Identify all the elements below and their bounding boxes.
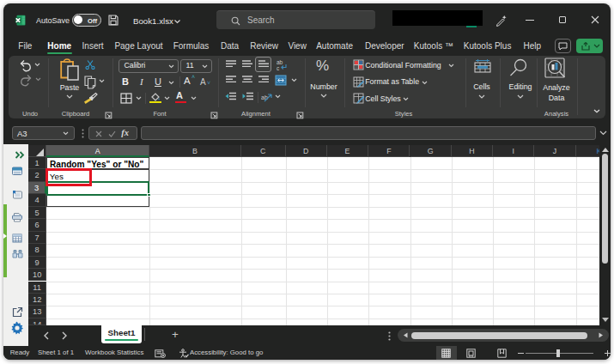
svg-text:c: c [277,64,280,70]
